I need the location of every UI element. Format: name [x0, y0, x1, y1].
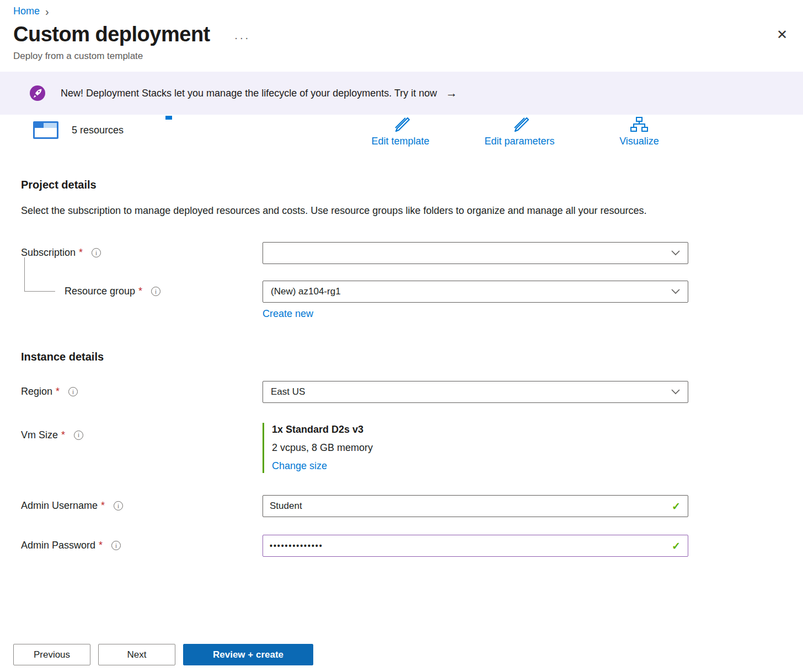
page-header: Custom deployment ··· ✕ — [0, 17, 803, 46]
valid-check-icon: ✓ — [672, 539, 681, 552]
breadcrumb-home-link[interactable]: Home — [13, 6, 40, 17]
visualize-label: Visualize — [619, 136, 659, 147]
region-row: Region * i East US — [21, 381, 803, 403]
admin-password-label: Admin Password — [21, 540, 95, 551]
info-icon[interactable]: i — [74, 431, 83, 440]
edit-parameters-label: Edit parameters — [484, 136, 554, 147]
region-label: Region — [21, 386, 52, 397]
review-create-button[interactable]: Review + create — [183, 644, 313, 665]
close-icon: ✕ — [777, 27, 788, 42]
vm-size-label: Vm Size — [21, 429, 58, 441]
template-info: 5 resources — [33, 121, 124, 139]
vm-size-selection: 1x Standard D2s v3 2 vcpus, 8 GB memory … — [263, 423, 688, 473]
admin-password-row: Admin Password * i ✓ — [21, 535, 803, 557]
change-size-link[interactable]: Change size — [272, 460, 327, 472]
visualize-button[interactable]: Visualize — [601, 117, 678, 147]
banner-text: New! Deployment Stacks let you manage th… — [61, 88, 437, 99]
create-new-link[interactable]: Create new — [263, 308, 313, 319]
announcement-banner[interactable]: New! Deployment Stacks let you manage th… — [0, 72, 803, 115]
admin-username-label: Admin Username — [21, 500, 98, 512]
pencil-icon — [510, 117, 529, 132]
admin-password-input[interactable] — [263, 535, 688, 557]
page-subtitle: Deploy from a custom template — [0, 46, 803, 62]
region-value: East US — [271, 386, 305, 397]
project-details-description: Select the subscription to manage deploy… — [21, 202, 663, 220]
hierarchy-connector-line — [24, 257, 55, 292]
vm-size-row: Vm Size * i 1x Standard D2s v3 2 vcpus, … — [21, 423, 803, 473]
valid-check-icon: ✓ — [672, 499, 681, 512]
edit-template-label: Edit template — [371, 136, 429, 147]
vm-size-title: 1x Standard D2s v3 — [272, 424, 688, 436]
resource-group-dropdown[interactable]: (New) az104-rg1 — [263, 281, 688, 303]
template-icon — [33, 121, 58, 139]
subscription-row: Subscription * i — [21, 242, 803, 264]
required-asterisk: * — [99, 540, 103, 551]
required-asterisk: * — [61, 429, 65, 441]
required-asterisk: * — [79, 247, 83, 259]
info-icon[interactable]: i — [114, 501, 123, 510]
chevron-down-icon — [671, 250, 680, 256]
info-icon[interactable]: i — [68, 387, 78, 396]
resource-group-value: (New) az104-rg1 — [271, 286, 341, 297]
instance-details-heading: Instance details — [21, 351, 803, 363]
page-title: Custom deployment — [13, 23, 210, 46]
project-details-form: Subscription * i Resource group * i (New… — [0, 242, 803, 320]
edit-parameters-button[interactable]: Edit parameters — [464, 117, 575, 147]
previous-button[interactable]: Previous — [13, 644, 90, 665]
vm-size-specs: 2 vcpus, 8 GB memory — [272, 442, 688, 454]
breadcrumb: Home › — [0, 0, 803, 17]
resource-group-label: Resource group — [65, 286, 135, 297]
template-summary-bar: 5 resources Edit template Edit parameter… — [13, 116, 790, 159]
required-asterisk: * — [138, 286, 142, 297]
visualize-icon — [630, 117, 648, 132]
chevron-down-icon — [671, 289, 680, 294]
more-options-button[interactable]: ··· — [234, 25, 250, 44]
next-button[interactable]: Next — [98, 644, 175, 665]
truncated-link-fragment — [165, 116, 172, 120]
project-details-heading: Project details — [21, 179, 803, 191]
info-icon[interactable]: i — [151, 287, 160, 296]
subscription-dropdown[interactable] — [263, 242, 688, 264]
required-asterisk: * — [101, 500, 105, 512]
region-dropdown[interactable]: East US — [263, 381, 688, 403]
admin-username-row: Admin Username * i ✓ — [21, 495, 803, 517]
edit-template-button[interactable]: Edit template — [351, 117, 450, 147]
required-asterisk: * — [56, 386, 60, 397]
admin-username-input[interactable] — [263, 495, 688, 517]
wizard-footer: Previous Next Review + create — [13, 644, 313, 665]
info-icon[interactable]: i — [111, 541, 121, 550]
resource-group-row: Resource group * i (New) az104-rg1 — [21, 281, 803, 303]
close-button[interactable]: ✕ — [777, 28, 788, 41]
breadcrumb-chevron-icon: › — [45, 6, 49, 17]
chevron-down-icon — [671, 389, 680, 395]
arrow-right-icon: → — [446, 87, 457, 100]
resources-count: 5 resources — [72, 125, 124, 136]
rocket-icon — [30, 85, 45, 101]
info-icon[interactable]: i — [92, 248, 101, 257]
pencil-icon — [391, 117, 410, 132]
